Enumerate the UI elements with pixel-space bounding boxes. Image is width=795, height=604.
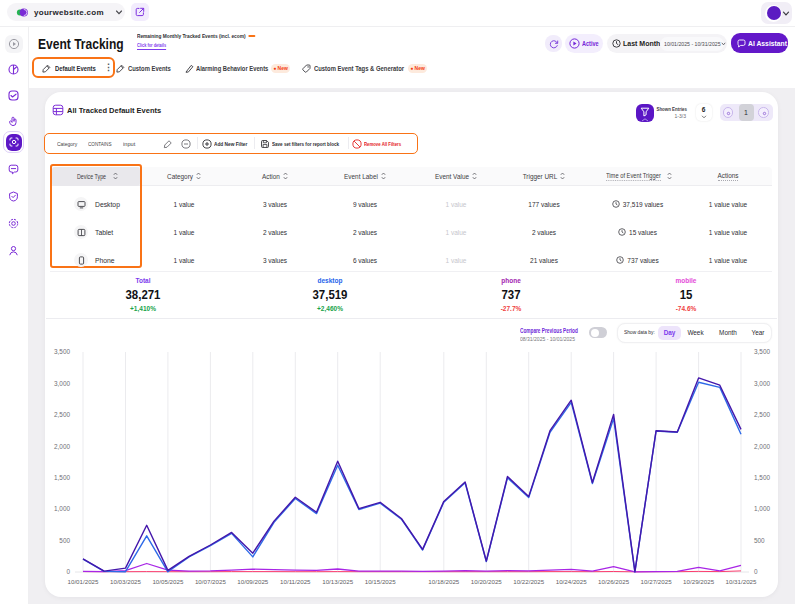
svg-text:3,000: 3,000 bbox=[754, 380, 770, 387]
svg-text:2,500: 2,500 bbox=[754, 411, 770, 418]
svg-text:2,000: 2,000 bbox=[54, 443, 70, 450]
svg-text:10/31/2025: 10/31/2025 bbox=[726, 578, 758, 585]
svg-text:10/03/2025: 10/03/2025 bbox=[110, 578, 142, 585]
svg-text:1,000: 1,000 bbox=[54, 505, 70, 512]
svg-text:3,000: 3,000 bbox=[54, 380, 70, 387]
svg-text:500: 500 bbox=[754, 537, 765, 544]
svg-text:3,500: 3,500 bbox=[754, 348, 770, 355]
svg-text:10/18/2025: 10/18/2025 bbox=[428, 578, 460, 585]
svg-text:10/11/2025: 10/11/2025 bbox=[280, 578, 311, 585]
svg-text:0: 0 bbox=[66, 568, 70, 575]
svg-text:1,500: 1,500 bbox=[754, 474, 770, 481]
svg-text:10/20/2025: 10/20/2025 bbox=[471, 578, 503, 585]
svg-text:3,500: 3,500 bbox=[54, 348, 70, 355]
svg-text:10/27/2025: 10/27/2025 bbox=[641, 578, 673, 585]
svg-text:1,500: 1,500 bbox=[54, 474, 70, 481]
svg-text:2,500: 2,500 bbox=[54, 411, 70, 418]
svg-text:10/09/2025: 10/09/2025 bbox=[237, 578, 269, 585]
svg-text:10/22/2025: 10/22/2025 bbox=[513, 578, 545, 585]
svg-text:10/05/2025: 10/05/2025 bbox=[152, 578, 184, 585]
svg-text:0: 0 bbox=[754, 568, 758, 575]
svg-text:10/24/2025: 10/24/2025 bbox=[556, 578, 588, 585]
svg-text:10/26/2025: 10/26/2025 bbox=[598, 578, 630, 585]
svg-text:10/07/2025: 10/07/2025 bbox=[195, 578, 227, 585]
svg-text:10/29/2025: 10/29/2025 bbox=[683, 578, 715, 585]
svg-text:500: 500 bbox=[59, 537, 70, 544]
svg-text:10/15/2025: 10/15/2025 bbox=[365, 578, 397, 585]
svg-text:10/13/2025: 10/13/2025 bbox=[322, 578, 354, 585]
svg-text:1,000: 1,000 bbox=[754, 505, 770, 512]
svg-text:2,000: 2,000 bbox=[754, 443, 770, 450]
svg-text:10/01/2025: 10/01/2025 bbox=[68, 578, 100, 585]
